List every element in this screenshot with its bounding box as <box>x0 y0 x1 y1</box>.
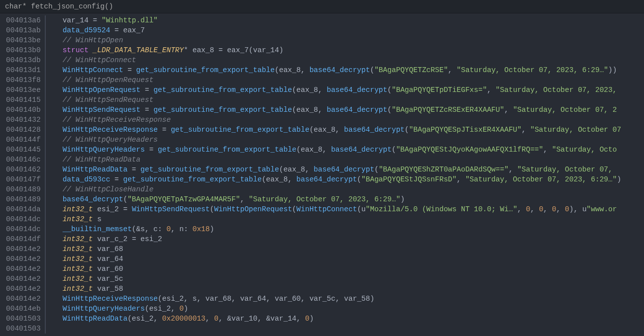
code-line[interactable]: // WinHttpSendRequest <box>63 95 644 105</box>
address: 004014df <box>6 234 41 244</box>
address: 004014e2 <box>6 244 41 254</box>
address: 004014e2 <box>6 264 41 274</box>
code-line[interactable] <box>63 324 644 334</box>
code-line[interactable]: WinHttpSendRequest = get_subroutine_from… <box>63 105 644 115</box>
code-line[interactable]: // WinHttpReadData <box>63 155 644 165</box>
code-line[interactable]: int32_t esi_2 = WinHttpSendRequest(WinHt… <box>63 204 644 214</box>
code-line[interactable]: // WinHttpConnect <box>63 55 644 65</box>
code-line[interactable]: WinHttpReceiveResponse = get_subroutine_… <box>63 125 644 135</box>
address: 004013ee <box>6 85 41 95</box>
code-line[interactable]: // WinHttpCloseHandle <box>63 184 644 194</box>
code-line[interactable]: WinHttpReadData(esi_2, 0x20000013, 0, &v… <box>63 314 644 324</box>
address: 0040147f <box>6 174 41 184</box>
code-line[interactable]: // WinHttpOpen <box>63 35 644 45</box>
code-line[interactable]: int32_t var_c_2 = esi_2 <box>63 234 644 244</box>
code-line[interactable]: WinHttpReceiveResponse(esi_2, s, var_68,… <box>63 294 644 304</box>
code-line[interactable]: int32_t var_68 <box>63 244 644 254</box>
code-content: 004013a6004013ab004013be004013b0004013db… <box>0 13 644 334</box>
address: 004013db <box>6 55 41 65</box>
address: 00401489 <box>6 194 41 204</box>
code-line[interactable]: base64_decrypt("BAgaPQYQETpATzwGPA4MAR5F… <box>63 194 644 204</box>
code-line[interactable]: // WinHttpQueryHeaders <box>63 135 644 145</box>
address: 004014da <box>6 204 41 214</box>
code-line[interactable]: WinHttpQueryHeaders(esi_2, 0) <box>63 304 644 314</box>
address: 00401503 <box>6 324 41 334</box>
address-column: 004013a6004013ab004013be004013b0004013db… <box>0 15 46 334</box>
code-line[interactable]: // WinHttpReceiveResponse <box>63 115 644 125</box>
code-line[interactable]: WinHttpReadData = get_subroutine_from_ex… <box>63 165 644 174</box>
address: 004013be <box>6 35 41 45</box>
code-line[interactable]: int32_t var_5c <box>63 274 644 284</box>
code-line[interactable]: data_d59524 = eax_7 <box>63 25 644 35</box>
address: 004014e2 <box>6 294 41 304</box>
address: 00401415 <box>6 95 41 105</box>
address: 004013ab <box>6 25 41 35</box>
address: 004014e2 <box>6 284 41 294</box>
address: 004014dc <box>6 214 41 224</box>
code-line[interactable]: // WinHttpOpenRequest <box>63 75 644 85</box>
address: 00401432 <box>6 115 41 125</box>
code-line[interactable]: int32_t var_60 <box>63 264 644 274</box>
address: 00401462 <box>6 165 41 174</box>
code-line[interactable]: __builtin_memset(&s, c: 0, n: 0x18) <box>63 224 644 234</box>
address: 004013f8 <box>6 75 41 85</box>
code-line[interactable]: int32_t s <box>63 214 644 224</box>
address: 004013b0 <box>6 45 41 55</box>
address: 004013a6 <box>6 15 41 25</box>
function-signature-header: char* fetch_json_config() <box>0 0 644 13</box>
code-line[interactable]: int32_t var_58 <box>63 284 644 294</box>
address: 0040140b <box>6 105 41 115</box>
code-line[interactable]: struct _LDR_DATA_TABLE_ENTRY* eax_8 = ea… <box>63 45 644 55</box>
address: 004013d1 <box>6 65 41 75</box>
address: 004014e2 <box>6 254 41 264</box>
code-line[interactable]: var_14 = "Winhttp.dll" <box>63 15 644 25</box>
address: 00401503 <box>6 314 41 324</box>
code-line[interactable]: WinHttpConnect = get_subroutine_from_exp… <box>63 65 644 75</box>
return-type: char <box>5 2 22 10</box>
code-line[interactable]: WinHttpOpenRequest = get_subroutine_from… <box>63 85 644 95</box>
code-line[interactable]: int32_t var_64 <box>63 254 644 264</box>
function-name: fetch_json_config <box>31 2 105 10</box>
address: 004014eb <box>6 304 41 314</box>
address: 00401445 <box>6 145 41 155</box>
address: 0040146c <box>6 155 41 165</box>
address: 004014e2 <box>6 274 41 284</box>
address: 0040144f <box>6 135 41 145</box>
code-line[interactable]: data_d593cc = get_subroutine_from_export… <box>63 174 644 184</box>
code-column[interactable]: var_14 = "Winhttp.dll"data_d59524 = eax_… <box>46 15 644 334</box>
address: 00401428 <box>6 125 41 135</box>
address: 00401489 <box>6 184 41 194</box>
code-line[interactable]: WinHttpQueryHeaders = get_subroutine_fro… <box>63 145 644 155</box>
address: 004014dc <box>6 224 41 234</box>
